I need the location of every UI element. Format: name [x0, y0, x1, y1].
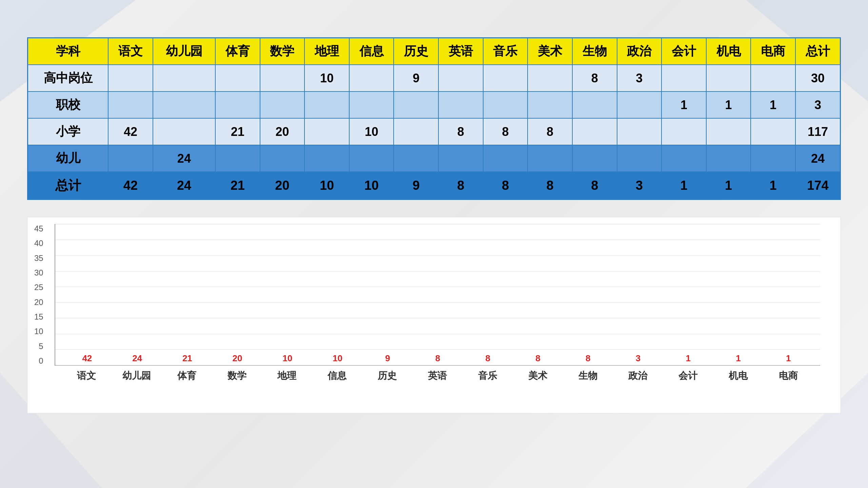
table-cell: [215, 92, 260, 118]
x-axis-label: 会计: [663, 369, 713, 382]
bar-group: 20: [212, 353, 262, 365]
bar-group: 21: [162, 353, 212, 365]
bar-group: 1: [763, 353, 813, 365]
table-cell: [349, 145, 394, 172]
x-axis-label: 幼儿园: [112, 369, 162, 382]
table-cell: [483, 145, 528, 172]
x-axis-label: 生物: [563, 369, 613, 382]
table-header-cell: 幼儿园: [153, 38, 215, 65]
table-cell: 3: [617, 172, 662, 200]
row-label: 小学: [28, 118, 108, 145]
table-cell: 8: [483, 172, 528, 200]
bar-group: 1: [663, 353, 713, 365]
bar-value-label: 8: [535, 353, 540, 364]
bar-value-label: 1: [786, 353, 791, 364]
table-header-cell: 语文: [108, 38, 153, 65]
bar-value-label: 42: [82, 353, 92, 364]
table-cell: [751, 145, 795, 172]
table-cell: 8: [483, 118, 528, 145]
x-axis-labels: 语文幼儿园体育数学地理信息历史英语音乐美术生物政治会计机电电商: [55, 366, 820, 386]
bar-group: 8: [563, 353, 613, 365]
table-cell: 1: [662, 92, 706, 118]
table-header-cell: 音乐: [483, 38, 528, 65]
bar-group: 10: [262, 353, 313, 365]
y-axis-label: 30: [34, 268, 43, 278]
bar-value-label: 8: [586, 353, 590, 364]
row-label: 职校: [28, 92, 108, 118]
x-axis-label: 机电: [713, 369, 763, 382]
table-cell: [394, 118, 438, 145]
table-header-cell: 总计: [795, 38, 841, 65]
table-cell: 24: [795, 145, 841, 172]
table-cell: [751, 65, 795, 92]
table-row: 高中岗位1098330: [28, 65, 841, 92]
x-axis-label: 体育: [162, 369, 212, 382]
table-cell: [706, 145, 751, 172]
bar-value-label: 1: [686, 353, 690, 364]
table-cell: 1: [662, 172, 706, 200]
bar-value-label: 24: [132, 353, 142, 364]
bar-value-label: 9: [385, 353, 390, 364]
table-cell: 8: [528, 118, 572, 145]
x-axis-label: 美术: [513, 369, 563, 382]
table-cell: [260, 65, 305, 92]
table-cell: [304, 92, 349, 118]
table-cell: 10: [349, 172, 394, 200]
table-cell: 24: [153, 172, 215, 200]
grid-line: [55, 365, 820, 365]
y-axis-labels: 454035302520151050: [34, 224, 43, 366]
table-cell: [260, 92, 305, 118]
table-cell: [349, 92, 394, 118]
x-axis-label: 英语: [412, 369, 462, 382]
table-cell: [108, 65, 153, 92]
bar-group: 10: [313, 353, 363, 365]
x-axis-label: 政治: [613, 369, 663, 382]
table-cell: [751, 118, 795, 145]
table-header-cell: 生物: [572, 38, 617, 65]
table-cell: [528, 92, 572, 118]
table-cell: 21: [215, 172, 260, 200]
x-axis-label: 音乐: [462, 369, 513, 382]
table-cell: [108, 145, 153, 172]
table-header-cell: 数学: [260, 38, 305, 65]
table-cell: [572, 145, 617, 172]
table-header-cell: 学科: [28, 38, 108, 65]
table-row: 职校1113: [28, 92, 841, 118]
table-cell: [617, 92, 662, 118]
y-axis-label: 15: [34, 312, 43, 322]
table-cell: [528, 65, 572, 92]
row-label: 幼儿: [28, 145, 108, 172]
table-header-cell: 机电: [706, 38, 751, 65]
table-header-cell: 地理: [304, 38, 349, 65]
bar-group: 8: [513, 353, 563, 365]
y-axis-label: 40: [34, 239, 43, 248]
table-cell: [438, 92, 483, 118]
y-axis-label: 45: [34, 224, 43, 233]
table-cell: [304, 145, 349, 172]
table-cell: 1: [751, 92, 795, 118]
chart-inner: 454035302520151050 422421201010988883111…: [55, 224, 820, 386]
table-cell: [438, 65, 483, 92]
table-row: 总计422421201010988883111174: [28, 172, 841, 200]
table-row: 幼儿2424: [28, 145, 841, 172]
table-cell: 8: [438, 118, 483, 145]
x-axis-label: 语文: [61, 369, 112, 382]
y-axis-label: 35: [34, 253, 43, 263]
table-cell: 1: [751, 172, 795, 200]
table-cell: 20: [260, 118, 305, 145]
table-cell: [572, 118, 617, 145]
chart-plot-area: 422421201010988883111: [55, 224, 820, 366]
table-cell: [706, 118, 751, 145]
bar-group: 8: [413, 353, 463, 365]
y-axis-label: 5: [39, 342, 43, 351]
y-axis-label: 20: [34, 298, 43, 307]
bar-group: 1: [713, 353, 764, 365]
table-cell: [483, 92, 528, 118]
table-cell: 10: [304, 65, 349, 92]
bar-value-label: 1: [736, 353, 741, 364]
bar-value-label: 8: [435, 353, 440, 364]
y-axis-label: 10: [34, 327, 43, 336]
bar-group: 42: [62, 353, 112, 365]
x-axis-label: 历史: [362, 369, 412, 382]
table-cell: 10: [349, 118, 394, 145]
